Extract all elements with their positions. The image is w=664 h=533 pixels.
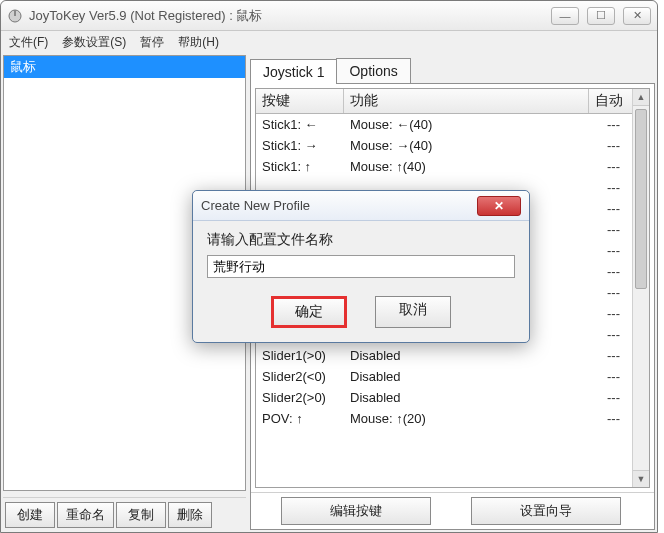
dialog-prompt: 请输入配置文件名称 (207, 231, 515, 249)
vertical-scrollbar[interactable]: ▲ ▼ (632, 89, 649, 487)
cell-func: Disabled (344, 347, 572, 364)
svg-rect-1 (14, 10, 16, 16)
cell-key: Stick1: ↑ (256, 158, 344, 175)
table-header-row: 按键 功能 自动 (256, 89, 649, 114)
cell-auto: --- (572, 305, 632, 322)
cell-key: Stick1: → (256, 137, 344, 154)
cell-auto: --- (572, 179, 632, 196)
menubar: 文件(F) 参数设置(S) 暂停 帮助(H) (1, 31, 657, 53)
delete-profile-button[interactable]: 删除 (168, 502, 212, 528)
table-row[interactable]: Slider1(>0)Disabled--- (256, 345, 632, 366)
scroll-up-icon[interactable]: ▲ (633, 89, 649, 106)
col-header-key[interactable]: 按键 (256, 89, 344, 113)
cell-auto: --- (572, 263, 632, 280)
copy-profile-button[interactable]: 复制 (116, 502, 166, 528)
cell-func: Disabled (344, 368, 572, 385)
cell-auto: --- (572, 410, 632, 427)
dialog-title: Create New Profile (201, 198, 310, 213)
cell-auto: --- (572, 326, 632, 343)
scroll-down-icon[interactable]: ▼ (633, 470, 649, 487)
cell-auto: --- (572, 347, 632, 364)
close-button[interactable]: ✕ (623, 7, 651, 25)
rename-profile-button[interactable]: 重命名 (57, 502, 114, 528)
cell-key: Slider2(<0) (256, 368, 344, 385)
menu-pause[interactable]: 暂停 (140, 34, 164, 51)
cell-auto: --- (572, 116, 632, 133)
cell-auto: --- (572, 242, 632, 259)
edit-button-mapping[interactable]: 编辑按键 (281, 497, 431, 525)
menu-file[interactable]: 文件(F) (9, 34, 48, 51)
tab-options[interactable]: Options (336, 58, 410, 83)
cell-func: Mouse: →(40) (344, 137, 572, 154)
tab-joystick[interactable]: Joystick 1 (250, 59, 337, 84)
dialog-cancel-button[interactable]: 取消 (375, 296, 451, 328)
right-button-row: 编辑按键 设置向导 (251, 492, 654, 529)
table-row[interactable]: Slider2(>0)Disabled--- (256, 387, 632, 408)
cell-auto: --- (572, 368, 632, 385)
setup-wizard-button[interactable]: 设置向导 (471, 497, 621, 525)
cell-auto: --- (572, 284, 632, 301)
scroll-thumb[interactable] (635, 109, 647, 289)
cell-func: Disabled (344, 389, 572, 406)
titlebar: JoyToKey Ver5.9 (Not Registered) : 鼠标 — … (1, 1, 657, 31)
app-icon (7, 8, 23, 24)
dialog-ok-button[interactable]: 确定 (271, 296, 347, 328)
minimize-button[interactable]: — (551, 7, 579, 25)
window-title: JoyToKey Ver5.9 (Not Registered) : 鼠标 (29, 7, 551, 25)
table-row[interactable]: Stick1: ←Mouse: ←(40)--- (256, 114, 632, 135)
cell-func: Mouse: ↑(40) (344, 158, 572, 175)
cell-auto: --- (572, 200, 632, 217)
dialog-titlebar: Create New Profile ✕ (193, 191, 529, 221)
profile-name-input[interactable] (207, 255, 515, 278)
cell-key: Slider1(>0) (256, 347, 344, 364)
cell-key: Stick1: ← (256, 116, 344, 133)
profile-item-selected[interactable]: 鼠标 (4, 56, 245, 78)
dialog-button-row: 确定 取消 (207, 296, 515, 328)
create-profile-button[interactable]: 创建 (5, 502, 55, 528)
create-profile-dialog: Create New Profile ✕ 请输入配置文件名称 确定 取消 (192, 190, 530, 343)
cell-auto: --- (572, 137, 632, 154)
dialog-close-button[interactable]: ✕ (477, 196, 521, 216)
cell-auto: --- (572, 221, 632, 238)
cell-func: Mouse: ↑(20) (344, 410, 572, 427)
table-row[interactable]: Stick1: ↑Mouse: ↑(40)--- (256, 156, 632, 177)
cell-auto: --- (572, 158, 632, 175)
menu-settings[interactable]: 参数设置(S) (62, 34, 126, 51)
table-row[interactable]: Stick1: →Mouse: →(40)--- (256, 135, 632, 156)
table-row[interactable]: Slider2(<0)Disabled--- (256, 366, 632, 387)
col-header-func[interactable]: 功能 (344, 89, 589, 113)
table-row[interactable]: POV: ↑Mouse: ↑(20)--- (256, 408, 632, 429)
left-button-row: 创建 重命名 复制 删除 (3, 497, 246, 530)
cell-key: Slider2(>0) (256, 389, 344, 406)
dialog-body: 请输入配置文件名称 确定 取消 (193, 221, 529, 342)
cell-auto: --- (572, 389, 632, 406)
maximize-button[interactable]: ☐ (587, 7, 615, 25)
cell-key: POV: ↑ (256, 410, 344, 427)
tabstrip: Joystick 1 Options (250, 55, 655, 83)
cell-func: Mouse: ←(40) (344, 116, 572, 133)
menu-help[interactable]: 帮助(H) (178, 34, 219, 51)
